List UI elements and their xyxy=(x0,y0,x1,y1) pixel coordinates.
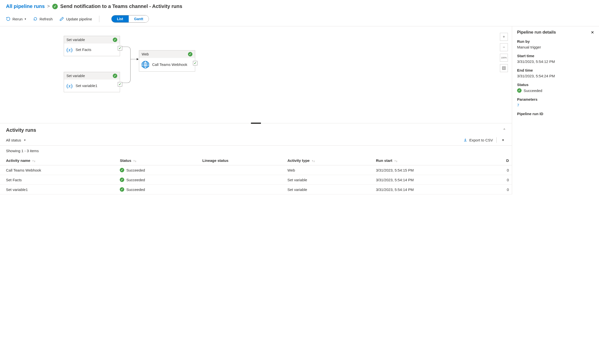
view-toggle: List Gantt xyxy=(111,15,149,23)
sort-icon: ↑↓ xyxy=(312,159,315,163)
details-panel: Pipeline run details ✕ Run by Manual tri… xyxy=(512,26,599,194)
cell-type: Set variable xyxy=(284,185,373,194)
chevron-down-icon: ▾ xyxy=(25,17,26,21)
chevron-down-icon: ▾ xyxy=(24,138,26,142)
run-by-value: Manual trigger xyxy=(517,45,594,49)
download-icon xyxy=(463,138,467,142)
cell-status: Succeeded xyxy=(117,165,199,175)
activity-node-call-teams-webhook[interactable]: Web Call Teams Webhook xyxy=(139,50,195,72)
node-name: Set variable1 xyxy=(75,83,97,88)
fit-icon xyxy=(502,66,506,70)
cell-type: Set variable xyxy=(284,175,373,185)
cell-lineage xyxy=(199,175,285,185)
status-label: Status xyxy=(517,83,594,87)
chevron-up-icon: ⌃ xyxy=(503,128,506,132)
cell-status: Succeeded xyxy=(117,185,199,194)
more-options-button[interactable]: ▾ xyxy=(500,137,506,143)
zoom-out-button[interactable]: − xyxy=(500,43,508,51)
output-port[interactable] xyxy=(118,46,122,50)
cell-lineage xyxy=(199,165,285,175)
col-start[interactable]: Run start↑↓ xyxy=(373,156,489,165)
close-icon: ✕ xyxy=(591,30,594,35)
output-port[interactable] xyxy=(193,61,197,65)
export-csv-button[interactable]: Export to CSV xyxy=(463,138,493,142)
pipeline-canvas[interactable]: Set variable x Set Facts Set variable xyxy=(0,26,512,123)
success-icon xyxy=(113,38,117,42)
table-row[interactable]: Call Teams WebhookSucceededWeb3/31/2023,… xyxy=(0,165,512,175)
zoom-in-button[interactable]: + xyxy=(500,33,508,41)
breadcrumb-all-runs[interactable]: All pipeline runs xyxy=(6,3,45,9)
activity-node-set-variable1[interactable]: Set variable x Set variable1 xyxy=(64,72,120,92)
close-button[interactable]: ✕ xyxy=(591,30,594,35)
table-row[interactable]: Set FactsSucceededSet variable3/31/2023,… xyxy=(0,175,512,185)
col-type[interactable]: Activity type↑↓ xyxy=(284,156,373,165)
connectors xyxy=(0,26,249,123)
page-title-text: Send notification to a Teams channel - A… xyxy=(60,3,182,9)
cell-start: 3/31/2023, 5:54:14 PM xyxy=(373,175,489,185)
status-filter[interactable]: All status ▾ xyxy=(6,138,26,142)
cell-name: Set Facts xyxy=(0,175,117,185)
cell-status: Succeeded xyxy=(117,175,199,185)
success-icon xyxy=(517,88,522,93)
table-row[interactable]: Set variable1SucceededSet variable3/31/2… xyxy=(0,185,512,194)
start-time-value: 3/31/2023, 5:54:12 PM xyxy=(517,59,594,64)
variable-icon: x xyxy=(66,46,72,53)
chevron-down-icon: ▾ xyxy=(502,138,504,142)
filter-bar: All status ▾ Export to CSV ▾ xyxy=(0,136,512,146)
details-title: Pipeline run details xyxy=(517,30,556,35)
status-value: Succeeded xyxy=(517,88,594,93)
rerun-icon xyxy=(6,17,10,21)
success-icon xyxy=(52,4,58,9)
collapse-button[interactable]: ⌃ xyxy=(503,128,506,133)
variable-icon: x xyxy=(66,83,72,89)
node-name: Set Facts xyxy=(75,47,91,52)
cell-duration: 0 xyxy=(489,175,512,185)
cell-start: 3/31/2023, 5:54:14 PM xyxy=(373,185,489,194)
showing-count: Showing 1 - 3 items xyxy=(0,146,512,156)
col-duration[interactable]: D xyxy=(489,156,512,165)
activity-node-set-facts[interactable]: Set variable x Set Facts xyxy=(64,36,120,56)
node-type: Web xyxy=(142,52,149,56)
activity-runs-header: Activity runs ⌃ xyxy=(0,123,512,136)
resize-handle[interactable] xyxy=(251,123,261,124)
parameters-link[interactable]: 7 xyxy=(517,103,594,107)
cell-name: Call Teams Webhook xyxy=(0,165,117,175)
gantt-view-button[interactable]: Gantt xyxy=(129,15,149,22)
output-port[interactable] xyxy=(118,82,122,87)
col-lineage[interactable]: Lineage status xyxy=(199,156,285,165)
breadcrumb-separator: > xyxy=(47,4,50,9)
success-icon xyxy=(188,52,192,56)
success-icon xyxy=(120,187,124,192)
success-icon xyxy=(120,178,124,182)
svg-rect-1 xyxy=(502,67,505,70)
sort-icon: ↑↓ xyxy=(133,159,136,163)
page-title: Send notification to a Teams channel - A… xyxy=(52,3,182,9)
cell-name: Set variable1 xyxy=(0,185,117,194)
list-view-button[interactable]: List xyxy=(112,15,129,22)
fit-to-screen-button[interactable] xyxy=(500,64,508,72)
cell-start: 3/31/2023, 5:54:15 PM xyxy=(373,165,489,175)
col-status[interactable]: Status↑↓ xyxy=(117,156,199,165)
col-activity-name[interactable]: Activity name↑↓ xyxy=(0,156,117,165)
rerun-button[interactable]: Rerun ▾ xyxy=(6,17,26,21)
breadcrumb: All pipeline runs > Send notification to… xyxy=(0,0,599,13)
update-pipeline-button[interactable]: Update pipeline xyxy=(60,17,92,21)
cell-duration: 0 xyxy=(489,165,512,175)
end-time-value: 3/31/2023, 5:54:24 PM xyxy=(517,74,594,78)
node-type: Set variable xyxy=(66,38,85,42)
svg-rect-2 xyxy=(503,67,505,69)
refresh-button[interactable]: Refresh xyxy=(33,17,53,21)
success-icon xyxy=(113,74,117,78)
run-by-label: Run by xyxy=(517,39,594,44)
run-id-label: Pipeline run ID xyxy=(517,112,594,116)
sort-icon: ↑↓ xyxy=(32,159,36,163)
cell-type: Web xyxy=(284,165,373,175)
zoom-reset-button[interactable]: 100% xyxy=(500,54,508,62)
globe-icon xyxy=(142,61,149,68)
end-time-label: End time xyxy=(517,68,594,72)
node-name: Call Teams Webhook xyxy=(152,62,187,67)
toolbar: Rerun ▾ Refresh Update pipeline List Gan… xyxy=(0,13,599,26)
svg-marker-0 xyxy=(137,58,139,60)
refresh-icon xyxy=(33,17,38,21)
cell-lineage xyxy=(199,185,285,194)
